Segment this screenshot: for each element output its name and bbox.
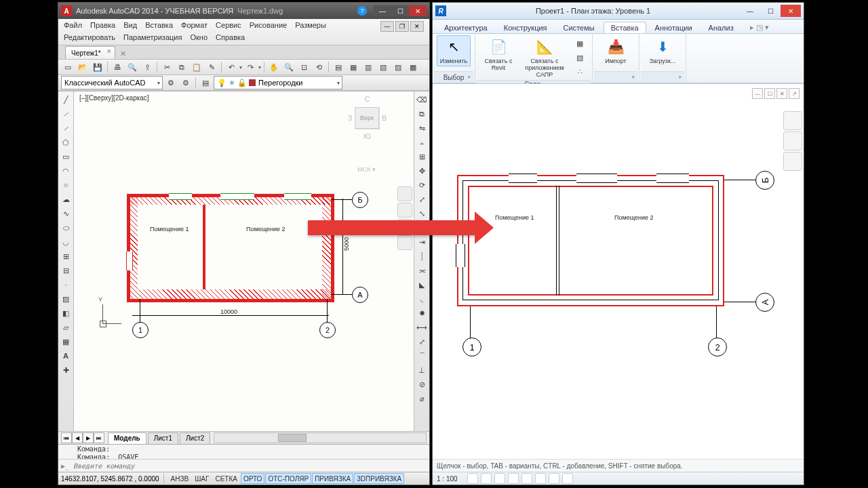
layer-dropdown[interactable]: 💡 ☀ 🔓 Перегородки — [214, 76, 342, 89]
nav-wheel-icon[interactable] — [397, 186, 412, 201]
revit-titlebar[interactable]: R Проект1 - План этажа: Уровень 1 — ☐ ✕ — [433, 3, 804, 20]
new-tab-button[interactable]: ✕ — [118, 48, 129, 59]
link-revit-button[interactable]: 📄 Связать с Revit — [479, 35, 517, 73]
minimize-button[interactable]: — — [374, 5, 391, 16]
tab-analyze[interactable]: Анализ — [701, 22, 741, 33]
save-icon[interactable]: 💾 — [91, 60, 104, 74]
viewcube-s[interactable]: Ю — [348, 133, 387, 140]
menu-dim[interactable]: Размеры — [295, 20, 326, 30]
redo-icon[interactable]: ↷ — [243, 60, 257, 74]
menu-format[interactable]: Формат — [181, 20, 208, 30]
dim-dia-icon[interactable]: ⌀ — [415, 392, 429, 405]
panel-cap-load[interactable] — [641, 71, 684, 83]
sheet-first-button[interactable]: ⏮ — [61, 432, 72, 443]
extend-icon[interactable]: ⇥ — [415, 235, 429, 249]
table-icon[interactable]: ▦ — [59, 335, 73, 348]
close-button[interactable]: ✕ — [781, 5, 801, 17]
insert-block-icon[interactable]: ⊞ — [59, 249, 73, 263]
command-input[interactable] — [72, 462, 427, 470]
zoom-icon[interactable]: 🔍 — [282, 60, 296, 74]
mdi-close-button[interactable]: ✕ — [410, 21, 424, 32]
dim-aligned-icon[interactable]: ⤢ — [415, 335, 429, 348]
polygon-icon[interactable]: ⬠ — [59, 136, 73, 149]
nav-home-icon[interactable] — [783, 111, 802, 130]
status-toggle-сетка[interactable]: СЕТКА — [212, 473, 240, 484]
help-icon[interactable]: ? — [357, 6, 367, 16]
make-block-icon[interactable]: ⊟ — [59, 264, 73, 277]
design-center-icon[interactable]: ▦ — [347, 60, 360, 74]
import-button[interactable]: 📥 Импорт — [597, 35, 635, 66]
dim-ord-icon[interactable]: ⊥ — [415, 363, 429, 377]
zoom-prev-icon[interactable]: ⟲ — [312, 60, 326, 74]
maximize-button[interactable]: ☐ — [391, 5, 409, 16]
status-toggle-анзв[interactable]: АНЗВ — [168, 473, 192, 484]
dwf-markup-icon[interactable]: ▦ — [573, 37, 587, 50]
link-cad-button[interactable]: 📐 Связать с приложением САПР — [519, 35, 570, 80]
mdi-restore-button[interactable]: ❐ — [395, 21, 409, 32]
viewcube[interactable]: С З Верх В Ю — [348, 96, 387, 140]
sheet-list1[interactable]: Лист1 — [148, 432, 178, 444]
revcloud-icon[interactable]: ☁ — [59, 192, 73, 206]
scale-icon[interactable]: ⤢ — [415, 192, 429, 206]
explode-icon[interactable]: ✸ — [415, 306, 429, 320]
modify-button[interactable]: ↖ Изменить — [437, 35, 471, 66]
wcs-label[interactable]: МСК ▾ — [357, 166, 376, 173]
arc-icon[interactable]: ◠ — [59, 164, 73, 178]
point-icon[interactable]: · — [59, 278, 73, 291]
view-pin-icon[interactable]: ↗ — [789, 88, 800, 99]
crop-view-icon[interactable] — [521, 473, 532, 484]
mirror-icon[interactable]: ⇋ — [415, 121, 429, 135]
nav-zoom-icon[interactable] — [783, 152, 802, 171]
dim-arc-icon[interactable]: ⌒ — [415, 349, 429, 363]
region-icon[interactable]: ▱ — [59, 321, 73, 334]
revit-canvas[interactable]: — ☐ ✕ ↗ — [433, 83, 804, 459]
cut-icon[interactable]: ✂ — [160, 60, 174, 74]
view-min-icon[interactable]: — — [752, 88, 763, 99]
sheet-last-button[interactable]: ⏭ — [94, 432, 104, 443]
status-toggle-орто[interactable]: ОРТО — [241, 473, 264, 484]
menu-draw[interactable]: Рисование — [250, 20, 287, 30]
new-icon[interactable]: ▭ — [61, 60, 75, 74]
status-toggle-отс-поляр[interactable]: ОТС-ПОЛЯР — [265, 473, 311, 484]
paste-icon[interactable]: 📋 — [190, 60, 203, 74]
decal-icon[interactable]: ▧ — [573, 51, 587, 64]
circle-icon[interactable]: ○ — [59, 178, 73, 192]
viewcube-n[interactable]: С — [348, 96, 387, 103]
nav-pan-icon[interactable] — [397, 203, 412, 218]
pan-icon[interactable]: ✋ — [267, 60, 281, 74]
visual-style-icon[interactable] — [481, 473, 492, 484]
erase-icon[interactable]: ⌫ — [415, 93, 429, 106]
crop-region-icon[interactable] — [535, 473, 546, 484]
status-toggle-шаг[interactable]: ШАГ — [192, 473, 212, 484]
scale-readout[interactable]: 1 : 100 — [437, 475, 458, 483]
tab-systems[interactable]: Системы — [556, 22, 602, 33]
construction-line-icon[interactable]: ⟋ — [59, 107, 73, 121]
nav-wheel-icon[interactable] — [783, 131, 802, 150]
polyline-icon[interactable]: ⟋ — [59, 121, 73, 135]
menu-modify[interactable]: Редактировать — [64, 33, 115, 43]
hatch-icon[interactable]: ▨ — [59, 292, 73, 306]
sheet-next-button[interactable]: ▶ — [83, 432, 94, 443]
copy2-icon[interactable]: ⧉ — [415, 107, 429, 121]
viewcube-e[interactable]: В — [382, 115, 387, 122]
autocad-titlebar[interactable]: A Autodesk AutoCAD 2014 - УЧЕБНАЯ ВЕРСИЯ… — [58, 3, 429, 19]
menu-parametric[interactable]: Параметризация — [123, 33, 182, 43]
sheet-list2[interactable]: Лист2 — [180, 432, 210, 444]
markup-icon[interactable]: ▨ — [391, 60, 405, 74]
ellipse-arc-icon[interactable]: ◡ — [59, 235, 73, 249]
tool-palette-icon[interactable]: ▥ — [361, 60, 375, 74]
zoom-window-icon[interactable]: ⊡ — [297, 60, 311, 74]
panel-cap-select[interactable]: Выбор — [434, 71, 473, 83]
join-icon[interactable]: ⫘ — [415, 264, 429, 277]
rectangle-icon[interactable]: ▭ — [59, 150, 73, 163]
sheet-set-icon[interactable]: ▧ — [376, 60, 390, 74]
tab-more-icon[interactable]: ▸ ◳ ▾ — [743, 21, 776, 33]
layer-props-icon[interactable]: ▤ — [199, 76, 212, 89]
workspace-dropdown[interactable]: Классический AutoCAD — [61, 76, 163, 89]
viewcube-w[interactable]: З — [348, 115, 352, 122]
close-icon[interactable]: ✕ — [106, 48, 112, 55]
status-toggle-3dпривязка[interactable]: 3DПРИВЯЗКА — [354, 473, 404, 484]
tab-structure[interactable]: Конструкция — [496, 22, 555, 33]
doc-tab[interactable]: Чертеж1* ✕ — [65, 46, 115, 59]
line-icon[interactable]: ╱ — [59, 93, 73, 106]
